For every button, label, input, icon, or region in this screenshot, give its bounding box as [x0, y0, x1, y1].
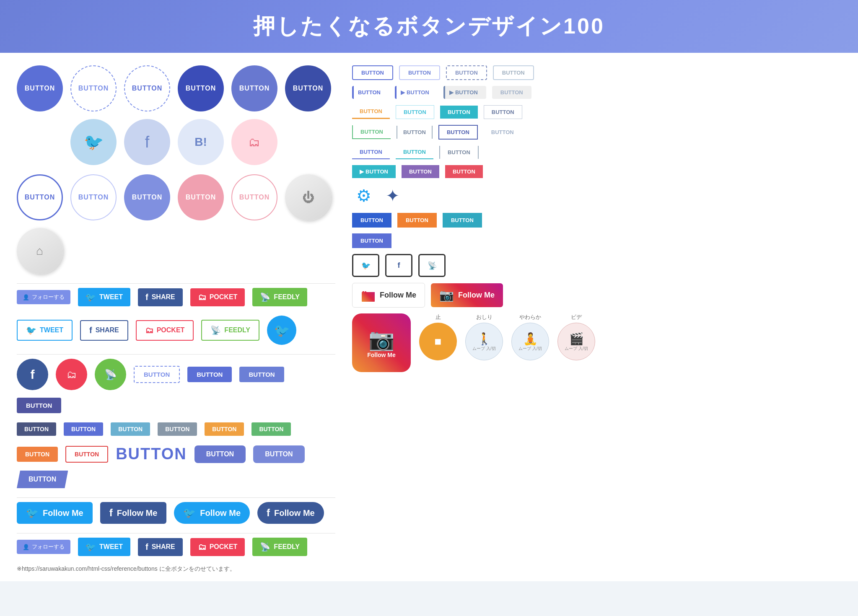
social-circle-pocket[interactable]: 🗂 [231, 119, 277, 165]
btn-instagram-gradient[interactable]: 📷 Follow Me [431, 283, 503, 307]
btn-rounded-2[interactable]: BUTTON [253, 445, 304, 463]
btn-label-gray-1[interactable]: BUTTON [158, 422, 197, 436]
btn-tweet-2[interactable]: 🐦TWEET [78, 538, 130, 556]
btn-anim-video[interactable]: 🎬 ムーブ 入/切 [557, 323, 595, 360]
btn-follow-jp-1[interactable]: 👤 フォローする [17, 290, 70, 304]
btn-follow-twitter-1[interactable]: 🐦Follow Me [17, 502, 93, 524]
btn-anim-stop[interactable]: ■ [419, 323, 457, 360]
device-icon-twitter[interactable]: 🐦 [352, 254, 379, 277]
btn-circle-power[interactable]: ⏻ [285, 174, 331, 220]
btn-dashed-1[interactable]: BUTTON [134, 366, 180, 383]
btn-ca-r3-1[interactable]: BUTTON [352, 105, 390, 119]
btn-sideline-r5-3[interactable]: BUTTON [439, 146, 479, 159]
btn-outline-r1-2[interactable]: BUTTON [399, 65, 440, 80]
btn-orange-sm-1[interactable]: BUTTON [17, 447, 58, 462]
social-circle-facebook[interactable]: f [124, 119, 170, 165]
btn-circle-dark-2[interactable]: BUTTON [285, 65, 331, 111]
btn-ca-r3-4[interactable]: BUTTON [484, 105, 522, 119]
btn-rounded-1[interactable]: BUTTON [194, 445, 246, 463]
btn-arrow-r6-2[interactable]: BUTTON [402, 165, 439, 178]
right-row-colorblock: BUTTON BUTTON BUTTON [352, 213, 841, 228]
btn-share-fb-2[interactable]: fSHARE [138, 538, 183, 556]
btn-underline-r5-1[interactable]: BUTTON [352, 145, 390, 159]
btn-circle-white-1[interactable]: BUTTON [17, 174, 63, 220]
btn-rss-circle-1[interactable]: 📡 [95, 359, 126, 390]
btn-share-feedly-1[interactable]: 📡FEEDLY [252, 288, 307, 306]
btn-color-blue-1[interactable]: BUTTON [352, 213, 391, 228]
right-row-2: BUTTON ▶ BUTTON ▶ BUTTON BUTTON [352, 86, 841, 99]
btn-share-fb-outline-1[interactable]: fSHARE [80, 320, 128, 341]
btn-share-fb-1[interactable]: fSHARE [138, 288, 183, 306]
btn-share-pocket-2[interactable]: 🗂POCKET [190, 538, 245, 556]
btn-follow-jp-2[interactable]: 👤 フォローする [17, 540, 70, 554]
btn-outline-r1-4[interactable]: BUTTON [493, 65, 534, 80]
btn-bracket-r4-2[interactable]: BUTTON [397, 126, 433, 139]
btn-anim-soft[interactable]: 🧘 ムーブ 入/切 [511, 323, 549, 360]
btn-label-blue-1[interactable]: BUTTON [64, 422, 103, 436]
device-icon-rss[interactable]: 📡 [418, 254, 446, 277]
btn-leftbar-r2-1[interactable]: BUTTON [352, 86, 389, 99]
btn-tweet-1[interactable]: 🐦TWEET [78, 288, 130, 306]
btn-follow-twitter-2[interactable]: 🐦Follow Me [174, 502, 250, 524]
gear-icon-twitter[interactable]: ⚙ [352, 184, 375, 207]
btn-zigzag-1[interactable]: BUTTON [352, 233, 391, 248]
btn-red-outline-1[interactable]: BUTTON [65, 446, 108, 463]
btn-bracket-r4-3[interactable]: BUTTON [438, 125, 478, 140]
btn-label-orange-1[interactable]: BUTTON [205, 422, 244, 436]
btn-anim-move-1[interactable]: 🚶 ムーブ 入/切 [465, 323, 503, 360]
instagram-large-btn[interactable]: 📷 Follow Me [352, 313, 411, 372]
btn-outline-r1-3[interactable]: BUTTON [446, 65, 487, 80]
btn-follow-facebook-2[interactable]: fFollow Me [257, 502, 324, 524]
btn-follow-facebook-1[interactable]: fFollow Me [100, 502, 167, 524]
btn-color-teal-1[interactable]: BUTTON [443, 213, 482, 228]
btn-label-dark-1[interactable]: BUTTON [17, 422, 56, 436]
btn-fb-circle-1[interactable]: f [17, 359, 48, 390]
btn-outline-r1-1[interactable]: BUTTON [352, 65, 393, 80]
btn-arrow-r6-1[interactable]: ▶ BUTTON [352, 165, 396, 178]
btn-ca-r3-3[interactable]: BUTTON [440, 106, 478, 119]
btn-bracket-r4-4[interactable]: BUTTON [484, 126, 521, 139]
btn-diagonal-1[interactable]: BUTTON [17, 471, 68, 488]
btn-circle-pink-outline-1[interactable]: BUTTON [231, 174, 277, 220]
btn-circle-pink-1[interactable]: BUTTON [178, 174, 224, 220]
right-row-instagram: 📷 Follow Me 📷 Follow Me [352, 283, 841, 308]
btn-instagram-plain[interactable]: 📷 Follow Me [352, 283, 425, 308]
btn-label-teal-1[interactable]: BUTTON [111, 422, 150, 436]
btn-solid-1[interactable]: BUTTON [187, 367, 232, 382]
btn-circle-blue2-1[interactable]: BUTTON [124, 174, 170, 220]
social-circle-hatena[interactable]: B! [178, 119, 224, 165]
btn-circle-dark-1[interactable]: BUTTON [178, 65, 224, 111]
btn-arrow-r6-3[interactable]: BUTTON [445, 165, 483, 178]
btn-circle-home[interactable]: ⌂ [17, 228, 63, 274]
btn-circle-dashed-1[interactable]: BUTTON [70, 65, 117, 111]
btn-pocket-circle-1[interactable]: 🗂 [56, 359, 87, 390]
btn-leftbar-r2-3[interactable]: ▶ BUTTON [443, 86, 486, 99]
btn-share-pocket-1[interactable]: 🗂POCKET [190, 288, 245, 306]
row-9: 👤 フォローする 🐦TWEET fSHARE 🗂POCKET 📡FEEDLY [17, 538, 335, 556]
btn-share-pocket-outline-1[interactable]: 🗂POCKET [136, 320, 194, 341]
btn-color-orange-1[interactable]: BUTTON [397, 213, 437, 228]
btn-leftbar-r2-4[interactable]: BUTTON [492, 86, 531, 99]
device-icon-facebook[interactable]: f [385, 254, 412, 277]
btn-circle-outline-1[interactable]: BUTTON [70, 174, 117, 220]
btn-share-feedly-outline-1[interactable]: 📡FEEDLY [201, 320, 259, 341]
btn-leftbar-r2-2[interactable]: ▶ BUTTON [395, 86, 438, 99]
btn-twitter-circle-lg[interactable]: 🐦 [267, 316, 296, 345]
gear-icon-facebook[interactable]: ✦ [381, 184, 404, 207]
btn-bracket-r4-1[interactable]: BUTTON [352, 125, 391, 139]
btn-big-label-1[interactable]: BUTTON [116, 445, 187, 463]
btn-circle-dashed-2[interactable]: BUTTON [124, 65, 170, 111]
btn-underline-r5-2[interactable]: BUTTON [396, 145, 433, 159]
btn-tweet-outline-1[interactable]: 🐦TWEET [17, 320, 73, 341]
btn-label-green-1[interactable]: BUTTON [251, 422, 291, 436]
btn-solid-2[interactable]: BUTTON [239, 367, 284, 382]
btn-ca-r3-2[interactable]: BUTTON [396, 105, 434, 119]
btn-dark-tag-1[interactable]: BUTTON [17, 398, 61, 413]
btn-circle-solid-1[interactable]: BUTTON [17, 65, 63, 111]
social-circle-twitter[interactable]: 🐦 [70, 119, 117, 165]
anim-move-label: おしり [476, 313, 493, 321]
btn-circle-mid-1[interactable]: BUTTON [231, 65, 277, 111]
row-6: BUTTON BUTTON BUTTON BUTTON BUTTON BUTTO… [17, 422, 335, 436]
btn-share-feedly-2[interactable]: 📡FEEDLY [252, 538, 307, 556]
page-title: 押したくなるボタンデザイン100 [17, 12, 841, 41]
